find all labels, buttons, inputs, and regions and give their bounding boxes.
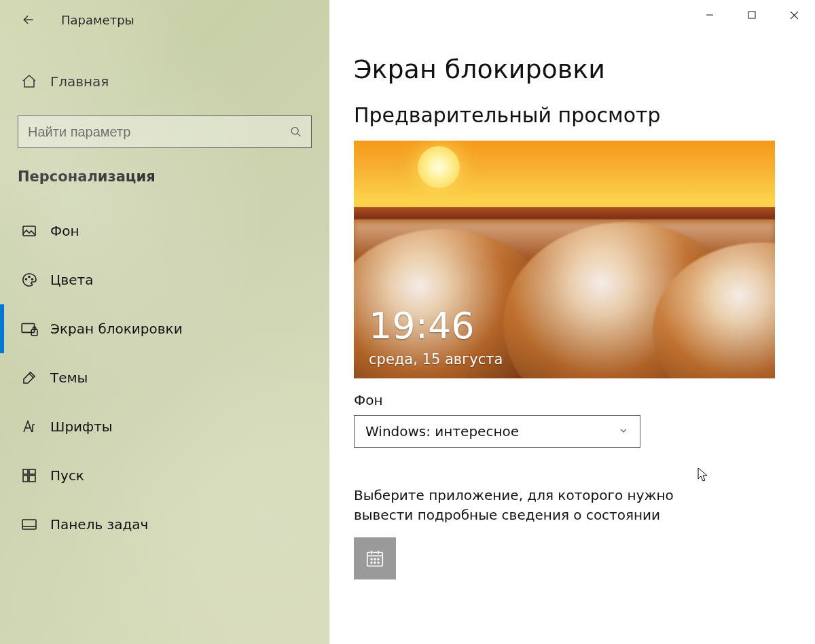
svg-rect-7 <box>23 469 28 474</box>
font-icon <box>20 418 38 435</box>
sidebar-item-colors[interactable]: Цвета <box>0 255 329 304</box>
lockscreen-icon <box>20 320 38 338</box>
sidebar-item-label: Панель задач <box>50 516 148 533</box>
svg-point-15 <box>374 558 376 560</box>
titlebar: Параметры <box>0 0 329 39</box>
app-title: Параметры <box>61 13 134 27</box>
svg-point-19 <box>378 562 379 563</box>
close-icon <box>790 11 799 20</box>
theme-icon <box>20 369 38 387</box>
home-icon <box>20 73 38 90</box>
calendar-icon <box>365 548 385 569</box>
background-dropdown[interactable]: Windows: интересное <box>354 415 640 448</box>
back-button[interactable] <box>16 7 41 32</box>
svg-rect-1 <box>23 226 35 236</box>
close-button[interactable] <box>773 0 815 30</box>
picture-icon <box>20 222 38 240</box>
minimize-button[interactable] <box>689 0 731 30</box>
page-title: Экран блокировки <box>354 54 788 84</box>
preview-time: 19:46 <box>369 304 475 347</box>
maximize-button[interactable] <box>731 0 773 30</box>
svg-point-4 <box>32 279 33 280</box>
svg-point-3 <box>29 276 30 278</box>
search-input[interactable] <box>28 116 290 147</box>
svg-point-2 <box>26 279 27 280</box>
svg-point-18 <box>374 562 376 563</box>
window-controls <box>689 0 815 30</box>
svg-rect-10 <box>29 476 35 482</box>
sidebar-item-label: Цвета <box>50 272 94 288</box>
background-label: Фон <box>354 392 788 408</box>
sidebar-item-themes[interactable]: Темы <box>0 353 329 402</box>
sidebar-item-label: Пуск <box>50 467 84 484</box>
sidebar-item-lockscreen[interactable]: Экран блокировки <box>0 304 329 353</box>
preview-date: среда, 15 августа <box>369 351 503 368</box>
preview-section-title: Предварительный просмотр <box>354 103 788 127</box>
svg-rect-12 <box>748 12 755 18</box>
sidebar-item-start[interactable]: Пуск <box>0 451 329 500</box>
sidebar-item-label: Темы <box>50 370 88 386</box>
sidebar-item-taskbar[interactable]: Панель задач <box>0 500 329 549</box>
sidebar: Параметры Главная Персонализация Фон Цве… <box>0 0 329 644</box>
search-box[interactable] <box>18 115 312 148</box>
taskbar-icon <box>20 516 38 533</box>
sidebar-item-label: Экран блокировки <box>50 321 183 337</box>
nav-home-label: Главная <box>50 73 109 90</box>
svg-rect-8 <box>29 469 35 474</box>
sidebar-item-label: Фон <box>50 223 79 239</box>
svg-point-16 <box>378 558 379 560</box>
chevron-down-icon <box>618 423 629 440</box>
dropdown-value: Windows: интересное <box>365 423 519 440</box>
sidebar-item-label: Шрифты <box>50 418 113 435</box>
svg-point-17 <box>371 562 372 563</box>
sidebar-item-fonts[interactable]: Шрифты <box>0 402 329 451</box>
search-icon <box>290 126 302 138</box>
sidebar-item-background[interactable]: Фон <box>0 207 329 255</box>
category-label: Персонализация <box>0 148 329 194</box>
main-panel: Экран блокировки Предварительный просмот… <box>329 0 815 644</box>
arrow-left-icon <box>22 13 35 26</box>
nav-home[interactable]: Главная <box>0 61 329 102</box>
svg-point-14 <box>371 558 372 560</box>
minimize-icon <box>706 11 714 19</box>
detailed-status-app-tile[interactable] <box>354 537 396 579</box>
svg-rect-11 <box>22 520 36 529</box>
svg-point-0 <box>291 128 298 135</box>
nav-list: Фон Цвета Экран блокировки Темы Шрифты <box>0 207 329 549</box>
detailed-status-text: Выберите приложение, для которого нужно … <box>354 486 734 525</box>
palette-icon <box>20 271 38 289</box>
cursor-icon <box>698 467 710 482</box>
lockscreen-preview: 19:46 среда, 15 августа <box>354 141 775 378</box>
svg-rect-9 <box>23 476 28 482</box>
start-icon <box>20 467 38 484</box>
maximize-icon <box>748 11 756 19</box>
